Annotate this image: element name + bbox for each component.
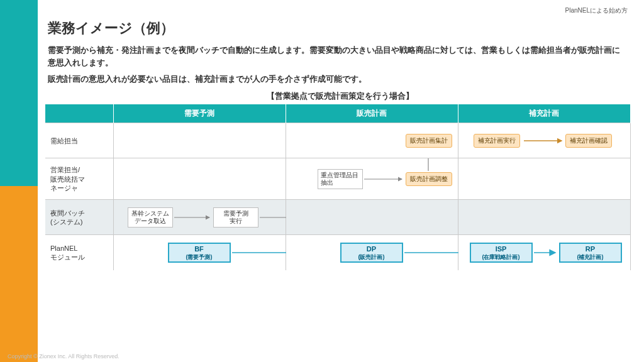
module-dp: DP (販売計画): [340, 243, 403, 263]
box-sales-adjust: 販売計画調整: [406, 172, 452, 186]
body-text-2: 販売計画の意思入れが必要ない品目は、補充計画までが人の手を介さず作成可能です。: [48, 73, 625, 85]
box-demand-forecast-exec: 需要予測 実行: [213, 207, 258, 228]
arrow-agg-to-replenish: [286, 200, 458, 235]
header-sales-plan: 販売計画: [286, 104, 458, 123]
module-bf-sub: (需要予測): [186, 254, 213, 261]
module-isp-sub: (在庫戦略計画): [482, 254, 520, 261]
left-accent-stripe: [0, 0, 38, 362]
row-sales-manager: 営業担当/ 販売統括マ ネージャ 重点管理品目 抽出 販売計画調整: [45, 158, 630, 200]
row-night-batch: 夜間バッチ (システム) 基幹システム データ取込 需要予測 実行: [45, 200, 630, 235]
box-replenish-exec: 補充計画実行: [474, 134, 520, 148]
header-demand-forecast: 需要予測: [113, 104, 286, 123]
box-core-sys-import: 基幹システム データ取込: [128, 207, 173, 228]
module-isp: ISP (在庫戦略計画): [470, 243, 533, 263]
rowhdr-sales-manager: 営業担当/ 販売統括マ ネージャ: [45, 158, 113, 200]
box-priority-extract: 重点管理品目 抽出: [318, 169, 363, 189]
module-dp-main: DP: [367, 245, 376, 254]
table-subtitle: 【営業拠点で販売計画策定を行う場合】: [44, 90, 636, 102]
rowhdr-night-batch: 夜間バッチ (システム): [45, 200, 113, 235]
box-replenish-confirm: 補充計画確認: [565, 134, 612, 148]
module-bf-main: BF: [194, 245, 204, 254]
slide: PlanNELによる始め方 業務イメージ（例） 需要予測から補充・発注計画までを…: [0, 0, 644, 362]
workflow-table: 需要予測 販売計画 補充計画 需給担当 販売計画集計 補充計画実行 補充計画確認: [45, 104, 631, 270]
module-isp-main: ISP: [496, 245, 507, 254]
row-supply-demand: 需給担当 販売計画集計 補充計画実行 補充計画確認: [45, 123, 630, 158]
content-area: PlanNELによる始め方 業務イメージ（例） 需要予測から補充・発注計画までを…: [44, 5, 636, 347]
module-rp-sub: (補充計画): [577, 254, 604, 261]
copyright-footer: Copyright © Zionex Inc. All Rights Reser…: [8, 353, 119, 359]
rowhdr-plannel: PlanNEL モジュール: [45, 235, 113, 270]
module-dp-sub: (販売計画): [358, 254, 385, 261]
slide-title: 業務イメージ（例）: [48, 19, 636, 38]
header-blank: [45, 104, 113, 123]
breadcrumb-tag: PlanNELによる始め方: [565, 6, 628, 15]
module-bf: BF (需要予測): [168, 243, 231, 263]
rowhdr-supply-demand: 需給担当: [45, 123, 113, 158]
header-replenish-plan: 補充計画: [458, 104, 630, 123]
body-text-1: 需要予測から補充・発注計画までを夜間バッチで自動的に生成します。需要変動の大きい…: [48, 44, 625, 69]
module-rp: RP (補充計画): [559, 243, 622, 263]
row-plannel-modules: PlanNEL モジュール BF (需要予測) DP: [45, 235, 630, 270]
module-rp-main: RP: [586, 245, 595, 254]
box-sales-aggregate: 販売計画集計: [406, 134, 452, 148]
